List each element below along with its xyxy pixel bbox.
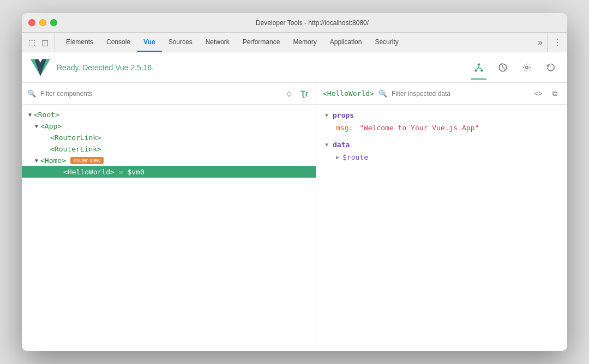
expand-triangle: ▼ — [28, 112, 32, 118]
devtools-window: Developer Tools - http://localhost:8080/… — [22, 13, 567, 351]
tab-security[interactable]: Security — [368, 33, 405, 52]
kebab-menu-icon[interactable]: ⋮ — [552, 37, 563, 48]
tree-item-home[interactable]: ▼ <Home> router-view — [22, 155, 316, 166]
data-row-route[interactable]: ▶ $route — [325, 153, 558, 161]
expand-triangle: ▼ — [35, 123, 38, 129]
vue-status-text: Ready. Detected Vue 2.5.16. — [57, 63, 471, 72]
code-brackets-icon[interactable]: <> — [532, 88, 544, 100]
tab-console[interactable]: Console — [100, 33, 137, 52]
section-name-data: data — [333, 141, 350, 149]
tag-label: <App> — [40, 122, 62, 130]
prop-colon: : — [348, 124, 357, 132]
right-panel-icons: <> ⧉ — [532, 88, 561, 100]
prop-key: msg — [336, 124, 348, 132]
tab-elements[interactable]: Elements — [59, 33, 100, 52]
tag-label: <Root> — [34, 111, 59, 119]
component-tree: ▼ <Root> ▼ <App> <RouterLink> <RouterLin… — [22, 105, 316, 351]
tab-vue[interactable]: Vue — [137, 33, 162, 52]
svg-line-7 — [479, 68, 482, 69]
traffic-lights — [28, 19, 57, 26]
window-title: Developer Tools - http://localhost:8080/ — [64, 19, 561, 27]
search-icon: 🔍 — [378, 89, 387, 98]
tab-sources[interactable]: Sources — [162, 33, 199, 52]
tag-label: <RouterLink> — [50, 145, 101, 153]
close-button[interactable] — [28, 19, 35, 26]
maximize-button[interactable] — [50, 19, 57, 26]
svg-point-3 — [474, 69, 477, 71]
prop-row-msg: msg : "Welcome to Your Vue.js App" — [325, 124, 558, 132]
tab-bar: ⬚ ◫ Elements Console Vue Sources Network… — [22, 33, 567, 52]
tab-memory[interactable]: Memory — [286, 33, 323, 52]
inspect-icon[interactable]: ◫ — [39, 37, 50, 48]
props-section-header[interactable]: ▼ props — [325, 111, 558, 119]
collapse-triangle: ▼ — [325, 112, 328, 118]
props-section: ▼ props msg : "Welcome to Your Vue.js Ap… — [325, 111, 558, 132]
tag-label: <Home> — [40, 156, 66, 165]
sort-icon[interactable]: Ʈr — [298, 88, 310, 100]
more-tabs-button[interactable]: » — [533, 33, 547, 52]
tree-item-routerlink-2[interactable]: <RouterLink> — [22, 143, 316, 155]
vue-toolbar: Ready. Detected Vue 2.5.16. — [22, 52, 567, 83]
svg-line-6 — [476, 68, 479, 69]
external-link-icon[interactable]: ⧉ — [549, 88, 561, 100]
tree-item-helloworld[interactable]: <HelloWorld> = $vm0 — [22, 166, 316, 178]
inspect-filter-input[interactable] — [392, 90, 528, 98]
refresh-icon[interactable] — [543, 60, 558, 75]
main-content: 🔍 ◇ Ʈr ▼ <Root> ▼ <App> — [22, 83, 567, 351]
data-section-header[interactable]: ▼ data — [325, 141, 558, 149]
data-section: ▼ data ▶ $route — [325, 141, 558, 161]
tab-items: Elements Console Vue Sources Network Per… — [59, 33, 533, 52]
tree-item-app[interactable]: ▼ <App> — [22, 120, 316, 132]
svg-point-2 — [478, 63, 480, 66]
tab-bar-right: ⋮ — [547, 33, 563, 52]
router-view-badge: router-view — [70, 157, 104, 164]
minimize-button[interactable] — [39, 19, 46, 26]
title-bar: Developer Tools - http://localhost:8080/ — [22, 13, 567, 33]
vue-logo — [31, 58, 50, 77]
hexagon-icon[interactable]: ◇ — [283, 88, 295, 100]
data-panel: ▼ props msg : "Welcome to Your Vue.js Ap… — [316, 105, 567, 351]
tag-label: <HelloWorld> = $vm0 — [63, 168, 145, 176]
left-panel: 🔍 ◇ Ʈr ▼ <Root> ▼ <App> — [22, 83, 316, 351]
right-filter-bar: <HelloWorld> 🔍 <> ⧉ — [316, 83, 567, 105]
tree-item-root[interactable]: ▼ <Root> — [22, 109, 316, 120]
history-icon[interactable] — [495, 60, 510, 75]
component-tree-icon[interactable] — [471, 60, 486, 75]
collapse-triangle: ▼ — [325, 142, 328, 148]
settings-icon[interactable] — [519, 60, 534, 75]
vue-toolbar-icons — [471, 60, 558, 75]
search-icon: 🔍 — [27, 89, 36, 98]
right-panel: <HelloWorld> 🔍 <> ⧉ ▼ props msg — [316, 83, 567, 351]
tab-network[interactable]: Network — [199, 33, 236, 52]
section-name-props: props — [333, 111, 354, 119]
panel-filter-icons: ◇ Ʈr — [283, 88, 310, 100]
prop-value: "Welcome to Your Vue.js App" — [359, 124, 479, 132]
tab-bar-nav-icons: ⬚ ◫ — [26, 33, 55, 52]
expand-triangle: ▼ — [35, 157, 38, 163]
cursor-icon[interactable]: ⬚ — [26, 37, 37, 48]
svg-point-9 — [526, 66, 528, 69]
selected-component-name: <HelloWorld> — [323, 89, 374, 98]
svg-point-4 — [480, 69, 483, 71]
route-key: $route — [342, 153, 368, 161]
component-filter-input[interactable] — [40, 90, 279, 98]
tab-performance[interactable]: Performance — [236, 33, 287, 52]
tab-application[interactable]: Application — [323, 33, 369, 52]
tree-item-routerlink-1[interactable]: <RouterLink> — [22, 132, 316, 143]
tag-label: <RouterLink> — [50, 134, 101, 142]
component-filter-bar: 🔍 ◇ Ʈr — [22, 83, 316, 105]
expand-triangle: ▶ — [336, 154, 339, 160]
